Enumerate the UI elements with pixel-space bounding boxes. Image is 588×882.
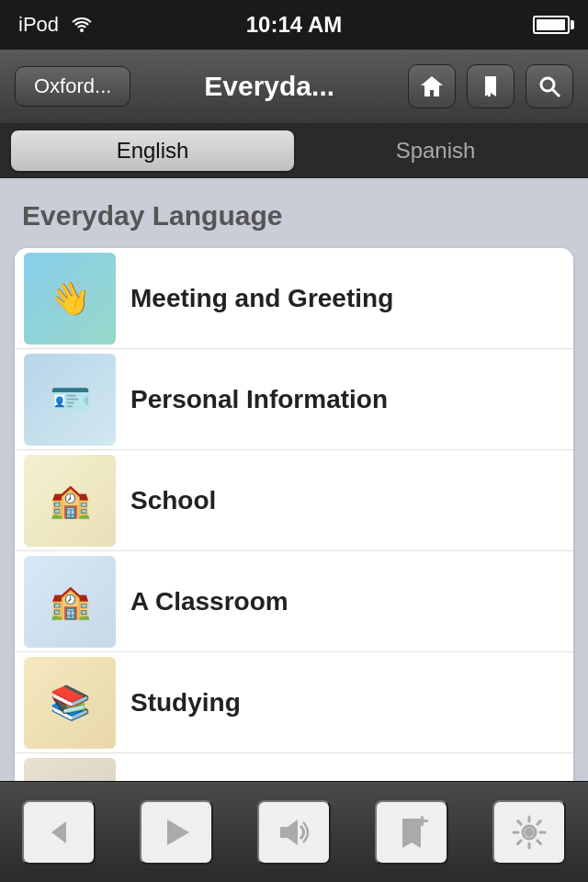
bookmark-add-toolbar-button[interactable] [375, 800, 448, 865]
status-time: 10:14 AM [246, 12, 342, 37]
item-thumbnail-meeting [24, 253, 116, 345]
svg-rect-0 [488, 76, 491, 96]
item-label-classroom: A Classroom [130, 587, 573, 616]
nav-title: Everyda... [141, 71, 397, 102]
item-thumbnail-studying [24, 657, 116, 749]
svg-marker-4 [167, 820, 189, 845]
tab-spanish[interactable]: Spanish [294, 130, 577, 171]
svg-marker-3 [51, 821, 66, 843]
section-title: Everyday Language [15, 200, 573, 232]
item-thumbnail-classroom [24, 556, 116, 648]
settings-toolbar-button[interactable] [492, 800, 566, 865]
item-thumbnail-personal [24, 354, 116, 446]
volume-toolbar-button[interactable] [257, 800, 331, 865]
search-button[interactable] [526, 64, 573, 108]
play-toolbar-button[interactable] [140, 800, 213, 865]
bottom-toolbar [0, 781, 588, 882]
list-item[interactable]: Personal Information [15, 349, 573, 450]
svg-rect-5 [280, 827, 288, 838]
device-label: iPod [18, 13, 59, 37]
main-content: Everyday Language Meeting and Greeting P… [0, 178, 588, 836]
svg-rect-8 [421, 816, 424, 826]
list-item[interactable]: School [15, 450, 573, 551]
item-label-personal: Personal Information [130, 385, 573, 414]
item-label-meeting: Meeting and Greeting [130, 284, 573, 313]
home-button[interactable] [408, 64, 456, 108]
item-label-studying: Studying [130, 688, 573, 718]
list-item[interactable]: Studying [15, 652, 573, 753]
svg-line-2 [552, 89, 560, 96]
back-toolbar-button[interactable] [22, 800, 96, 865]
svg-marker-6 [288, 820, 298, 845]
status-bar: iPod 10:14 AM [0, 0, 588, 50]
tab-selector: English Spanish [0, 123, 588, 178]
battery-icon [533, 16, 570, 34]
list-container: Meeting and Greeting Personal Informatio… [15, 248, 573, 836]
list-item[interactable]: A Classroom [15, 551, 573, 652]
wifi-icon [70, 14, 94, 37]
list-item[interactable]: Meeting and Greeting [15, 248, 573, 349]
svg-point-9 [525, 828, 534, 837]
bookmark-button[interactable] [467, 64, 514, 108]
tab-english[interactable]: English [11, 130, 294, 171]
nav-bar: Oxford... Everyda... [0, 50, 588, 123]
back-button[interactable]: Oxford... [15, 66, 130, 107]
item-thumbnail-school [24, 455, 116, 547]
svg-point-1 [541, 78, 554, 91]
item-label-school: School [130, 486, 573, 515]
